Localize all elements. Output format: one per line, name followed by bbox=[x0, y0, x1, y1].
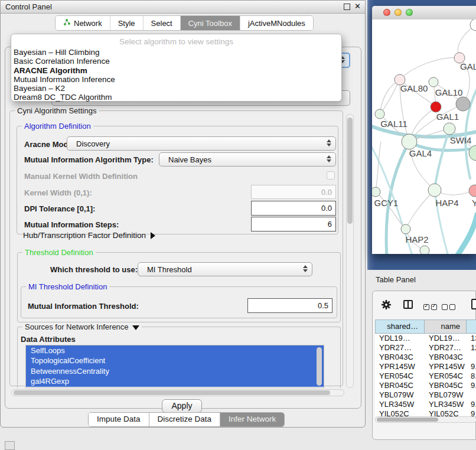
table-cell[interactable]: YBR045C bbox=[375, 381, 425, 390]
algorithm-option[interactable]: Basic Correlation Inference bbox=[14, 57, 340, 66]
table-cell[interactable]: 9. bbox=[467, 381, 476, 390]
algorithm-option[interactable]: Mutual Information Inference bbox=[14, 75, 340, 84]
float-window-icon[interactable] bbox=[344, 4, 350, 10]
manual-kernel-width-checkbox[interactable] bbox=[327, 171, 335, 180]
aracne-mode-combobox[interactable]: Discovery bbox=[67, 136, 336, 151]
attributes-list-scrollbar[interactable] bbox=[317, 347, 322, 386]
sources-group-title[interactable]: Sources for Network Inference bbox=[22, 322, 142, 331]
minimize-traffic-light-icon[interactable] bbox=[395, 9, 402, 16]
table-row[interactable]: YIL052CYIL052C9 bbox=[375, 409, 476, 416]
network-node[interactable] bbox=[431, 102, 441, 112]
network-edge[interactable] bbox=[376, 142, 381, 192]
column-header-shared-name[interactable]: shared… bbox=[375, 319, 425, 334]
dpi-tolerance-field[interactable] bbox=[251, 201, 336, 216]
close-traffic-light-icon[interactable] bbox=[383, 9, 390, 16]
table-row[interactable]: YER054CYER054C8. bbox=[375, 371, 476, 381]
algorithm-option[interactable]: Dream8 DC_TDC Algorithm bbox=[14, 93, 340, 102]
network-node[interactable] bbox=[372, 187, 380, 197]
table-cell[interactable]: YBR043C bbox=[375, 353, 425, 362]
apply-button[interactable]: Apply bbox=[162, 399, 202, 413]
network-edge[interactable] bbox=[406, 190, 435, 229]
table-row[interactable]: YPR145WYPR145W9. bbox=[375, 362, 476, 371]
tab-jactivemnodules[interactable]: jActiveMNodules bbox=[240, 16, 313, 30]
column-header-partial[interactable] bbox=[467, 319, 476, 334]
control-panel-titlebar[interactable]: Control Panel ✕ bbox=[1, 1, 365, 14]
network-node[interactable] bbox=[401, 224, 410, 234]
table-cell[interactable]: YDL19… bbox=[425, 334, 467, 343]
tab-infer-network[interactable]: Infer Network bbox=[220, 413, 284, 426]
tab-network[interactable]: Network bbox=[56, 16, 110, 30]
network-node[interactable] bbox=[429, 77, 438, 87]
zoom-traffic-light-icon[interactable] bbox=[406, 9, 413, 16]
data-attribute-item[interactable]: TopologicalCoefficient bbox=[26, 356, 324, 366]
mi-algorithm-type-combobox[interactable]: Naive Bayes bbox=[159, 152, 336, 167]
table-cell[interactable]: YBL079W bbox=[375, 390, 425, 400]
select-all-checkboxes-icon[interactable]: ✓✓ bbox=[423, 302, 439, 312]
table-cell[interactable]: YIL052C bbox=[425, 409, 467, 416]
hub-transcription-factor-section[interactable]: Hub/Transcription Factor Definition bbox=[23, 231, 155, 240]
gear-icon[interactable] bbox=[381, 299, 392, 312]
table-cell[interactable]: 13 bbox=[467, 334, 476, 343]
table-cell[interactable]: 9 bbox=[467, 409, 476, 416]
close-icon[interactable]: ✕ bbox=[354, 2, 361, 11]
tab-impute-data[interactable]: Impute Data bbox=[89, 413, 149, 426]
table-hscrollbar-thumb[interactable] bbox=[377, 418, 438, 422]
tab-style[interactable]: Style bbox=[110, 16, 144, 30]
table-row[interactable]: YDR27…YDR27…12 bbox=[375, 343, 476, 353]
algorithm-option[interactable]: Bayesian – K2 bbox=[14, 84, 340, 93]
data-attribute-item[interactable]: SelfLoops bbox=[26, 345, 324, 356]
network-edge[interactable] bbox=[400, 58, 459, 80]
table-cell[interactable]: YER054C bbox=[375, 371, 425, 381]
network-node[interactable] bbox=[420, 246, 429, 254]
table-cell[interactable]: YDR27… bbox=[425, 343, 467, 353]
settings-scrollbar-thumb[interactable] bbox=[347, 118, 353, 224]
which-threshold-combobox[interactable]: MI Threshold bbox=[138, 262, 312, 276]
mutual-information-threshold-field[interactable] bbox=[247, 298, 332, 313]
network-node[interactable] bbox=[375, 109, 384, 119]
network-node[interactable] bbox=[428, 184, 441, 197]
table-cell[interactable]: 9. bbox=[467, 400, 476, 409]
tab-select[interactable]: Select bbox=[144, 16, 181, 30]
table-cell[interactable]: YLR345W bbox=[375, 400, 425, 409]
table-row[interactable]: YBR043CYBR043C bbox=[375, 353, 476, 362]
table-cell[interactable]: 12 bbox=[467, 343, 476, 353]
table-cell[interactable]: YPR145W bbox=[375, 362, 425, 371]
data-attribute-item[interactable]: BetweennessCentrality bbox=[26, 366, 324, 376]
table-cell[interactable]: YBR045C bbox=[425, 381, 467, 390]
network-node[interactable] bbox=[444, 123, 455, 135]
table-cell[interactable]: YDR27… bbox=[375, 343, 425, 353]
algorithm-option[interactable]: Bayesian – Hill Climbing bbox=[14, 48, 340, 57]
split-columns-icon[interactable] bbox=[403, 300, 413, 309]
network-edge[interactable] bbox=[454, 214, 476, 254]
table-cell[interactable]: YER054C bbox=[425, 371, 467, 381]
kernel-width-field[interactable] bbox=[251, 185, 336, 199]
table-cell[interactable]: YBL079W bbox=[425, 390, 467, 400]
file-icon[interactable] bbox=[471, 299, 476, 309]
table-cell[interactable]: 8. bbox=[467, 371, 476, 381]
network-edge[interactable] bbox=[380, 80, 400, 114]
table-row[interactable]: YLR345WYLR345W9. bbox=[375, 400, 476, 409]
network-edge[interactable] bbox=[380, 80, 400, 114]
table-horizontal-scrollbar[interactable] bbox=[375, 416, 476, 423]
table-cell[interactable]: YDL19… bbox=[375, 334, 425, 343]
table-cell[interactable]: YBR043C bbox=[425, 353, 467, 362]
mi-steps-field[interactable] bbox=[251, 217, 336, 231]
table-row[interactable]: YBR045CYBR045C9. bbox=[375, 381, 476, 390]
table-row[interactable]: YDL19…YDL19…13 bbox=[375, 334, 476, 343]
tab-cyni-toolbox[interactable]: Cyni Toolbox bbox=[181, 16, 240, 30]
data-attribute-item[interactable]: gal4RGexp bbox=[26, 376, 324, 386]
network-canvas[interactable]: GALGAL80GAL10GAL11GAL1SWI4GAL4GCY1HAP4YH… bbox=[372, 19, 476, 254]
table-cell[interactable]: YLR345W bbox=[425, 400, 467, 409]
settings-horizontal-scrollbar[interactable] bbox=[11, 389, 344, 396]
table-cell[interactable]: YPR145W bbox=[425, 362, 467, 371]
algorithm-option[interactable]: ARACNE Algorithm bbox=[14, 66, 340, 75]
network-node[interactable] bbox=[402, 134, 417, 149]
network-node[interactable] bbox=[469, 185, 476, 197]
data-attributes-list[interactable]: SelfLoopsTopologicalCoefficientBetweenne… bbox=[25, 345, 324, 388]
settings-vertical-scrollbar[interactable] bbox=[346, 114, 354, 388]
table-cell[interactable]: 9. bbox=[467, 362, 476, 371]
network-window-titlebar[interactable] bbox=[372, 6, 476, 20]
column-header-name[interactable]: name bbox=[425, 319, 467, 334]
table-cell[interactable]: YIL052C bbox=[375, 409, 425, 416]
table-cell[interactable] bbox=[467, 390, 476, 400]
